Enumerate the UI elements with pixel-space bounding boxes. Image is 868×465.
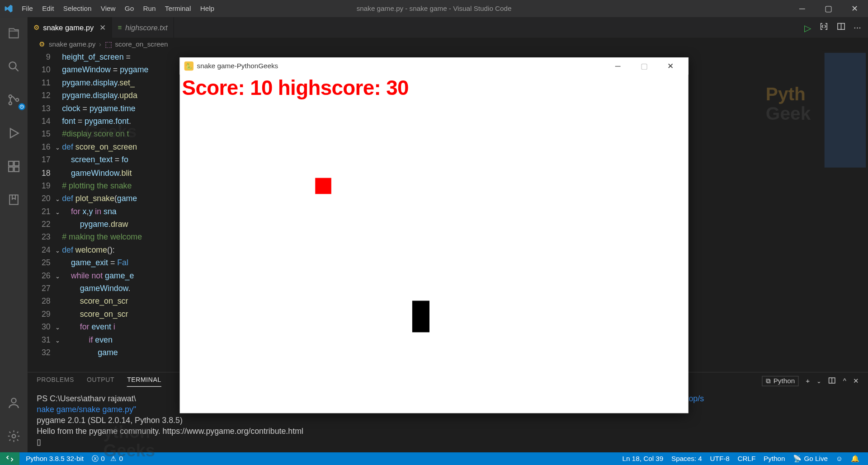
text-file-icon: ≡ <box>118 23 122 32</box>
activity-bar <box>0 17 28 452</box>
bookmark-icon[interactable] <box>0 188 28 211</box>
status-feedback-icon[interactable]: ☺ <box>832 455 847 463</box>
svg-point-2 <box>9 102 12 104</box>
close-panel-icon[interactable]: ✕ <box>853 377 859 385</box>
minimize-button[interactable]: ─ <box>789 0 815 17</box>
tab-label: snake game.py <box>43 23 94 32</box>
search-icon[interactable] <box>0 55 28 78</box>
menu-bar: File Edit Selection View Go Run Terminal… <box>17 5 219 13</box>
maximize-button[interactable]: ▢ <box>815 0 841 17</box>
menu-run[interactable]: Run <box>138 5 160 13</box>
svg-point-1 <box>9 95 12 98</box>
breadcrumb[interactable]: ⚙ snake game.py › ⬚ score_on_screen <box>28 38 868 51</box>
status-encoding[interactable]: UTF-8 <box>706 455 734 463</box>
status-indent[interactable]: Spaces: 4 <box>667 455 706 463</box>
pygame-titlebar: 🐍 snake game-PythonGeeks ─ ▢ ✕ <box>180 57 689 75</box>
panel-tab-problems[interactable]: PROBLEMS <box>37 376 74 386</box>
remote-button[interactable] <box>0 452 19 465</box>
menu-edit[interactable]: Edit <box>38 5 59 13</box>
run-debug-icon[interactable] <box>0 122 28 145</box>
compare-icon[interactable] <box>819 22 828 33</box>
pygame-app-icon: 🐍 <box>184 61 193 70</box>
svg-rect-9 <box>9 195 18 204</box>
menu-help[interactable]: Help <box>196 5 219 13</box>
account-icon[interactable] <box>0 391 28 414</box>
status-language[interactable]: Python <box>760 455 789 463</box>
pygame-maximize-button[interactable]: ▢ <box>631 57 657 75</box>
symbol-method-icon: ⬚ <box>105 40 112 48</box>
pygame-close-button[interactable]: ✕ <box>657 57 684 75</box>
python-file-icon: ⚙ <box>33 23 40 32</box>
maximize-panel-icon[interactable]: ^ <box>843 377 846 385</box>
more-icon[interactable]: ··· <box>854 23 861 33</box>
watermark: Geeks <box>85 125 137 138</box>
svg-rect-7 <box>9 167 13 172</box>
pygame-title: snake game-PythonGeeks <box>197 62 278 70</box>
tab-snake-game[interactable]: ⚙ snake game.py ✕ <box>28 17 112 38</box>
vscode-logo-icon <box>0 4 17 13</box>
status-golive[interactable]: 📡Go Live <box>789 455 831 463</box>
breadcrumb-file: snake game.py <box>49 40 95 48</box>
pygame-window: 🐍 snake game-PythonGeeks ─ ▢ ✕ Score: 10… <box>180 57 689 413</box>
panel-tab-output[interactable]: OUTPUT <box>87 376 114 386</box>
watermark: ythonGeeks <box>104 423 155 459</box>
panel-tab-terminal[interactable]: TERMINAL <box>127 376 161 386</box>
menu-view[interactable]: View <box>96 5 120 13</box>
minimap[interactable] <box>822 51 868 372</box>
svg-rect-8 <box>14 167 19 172</box>
terminal-dropdown-icon[interactable]: ⌄ <box>816 378 821 384</box>
food-block <box>315 178 331 194</box>
titlebar: File Edit Selection View Go Run Terminal… <box>0 0 868 17</box>
explorer-icon[interactable] <box>0 22 28 45</box>
game-canvas[interactable] <box>180 101 689 413</box>
tab-close-icon[interactable]: ✕ <box>97 23 106 32</box>
split-terminal-icon[interactable] <box>828 376 836 386</box>
svg-rect-5 <box>9 161 13 166</box>
python-file-icon: ⚙ <box>39 40 45 48</box>
new-terminal-icon[interactable]: + <box>806 377 810 385</box>
settings-gear-icon[interactable] <box>0 425 28 448</box>
menu-file[interactable]: File <box>17 5 38 13</box>
breadcrumb-symbol: score_on_screen <box>115 40 168 48</box>
svg-point-0 <box>9 62 16 69</box>
terminal-shell-selector[interactable]: ⧉Python <box>762 376 799 386</box>
snake-block <box>412 301 429 332</box>
svg-point-3 <box>16 99 19 101</box>
menu-selection[interactable]: Selection <box>59 5 96 13</box>
menu-terminal[interactable]: Terminal <box>160 5 196 13</box>
tab-highscore[interactable]: ≡ highscore.txt <box>112 17 174 38</box>
status-lncol[interactable]: Ln 18, Col 39 <box>618 455 667 463</box>
svg-point-11 <box>12 434 16 438</box>
watermark: PythGeek <box>766 85 811 123</box>
menu-go[interactable]: Go <box>120 5 139 13</box>
run-button-icon[interactable]: ▷ <box>804 22 811 33</box>
extensions-icon[interactable] <box>0 155 28 178</box>
chevron-right-icon: › <box>99 40 101 48</box>
status-notifications-icon[interactable]: 🔔 <box>847 455 863 463</box>
pygame-minimize-button[interactable]: ─ <box>604 57 631 75</box>
status-python-interpreter[interactable]: Python 3.8.5 32-bit <box>22 455 88 463</box>
source-control-icon[interactable] <box>0 89 28 112</box>
svg-point-10 <box>11 398 16 403</box>
split-editor-icon[interactable] <box>836 22 845 33</box>
score-text: Score: 10 highscore: 30 <box>180 75 689 101</box>
status-eol[interactable]: CRLF <box>734 455 760 463</box>
editor-tabs: ⚙ snake game.py ✕ ≡ highscore.txt ▷ ··· <box>28 17 868 38</box>
close-button[interactable]: ✕ <box>842 0 868 17</box>
tab-label: highscore.txt <box>125 23 168 32</box>
svg-rect-6 <box>14 161 19 166</box>
